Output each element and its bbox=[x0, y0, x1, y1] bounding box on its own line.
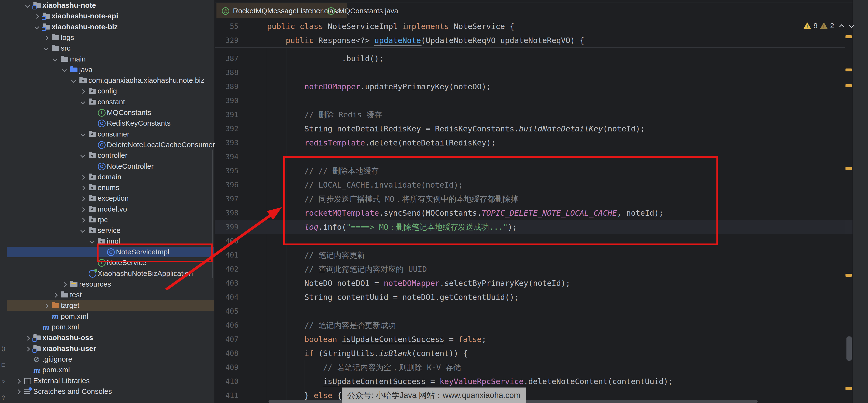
code-line-403[interactable]: 403 NoteDO noteDO1 = noteDOMapper.select… bbox=[215, 276, 845, 290]
square-tool-icon[interactable]: □ bbox=[0, 361, 7, 368]
code-line-387[interactable]: 387 .build(); bbox=[215, 52, 845, 66]
code-line-388[interactable]: 388 bbox=[215, 66, 845, 80]
warning-stripe-mark[interactable] bbox=[845, 167, 852, 170]
tree-item-xiaohashu-note-biz[interactable]: xiaohashu-note-biz bbox=[7, 22, 214, 32]
chevron-down-icon[interactable] bbox=[34, 25, 39, 29]
line-number[interactable]: 405 bbox=[215, 304, 239, 318]
code-line-401[interactable]: 401 // 笔记内容更新 bbox=[215, 248, 845, 262]
tree-item-controller[interactable]: controller bbox=[7, 150, 214, 161]
chevron-down-icon[interactable] bbox=[25, 3, 30, 8]
code-line-406[interactable]: 406 // 笔记内容是否更新成功 bbox=[215, 318, 845, 332]
line-number[interactable]: 408 bbox=[215, 346, 239, 361]
tree-item-test[interactable]: test bbox=[7, 289, 214, 300]
code-line-393[interactable]: 393 redisTemplate.delete(noteDetailRedis… bbox=[215, 136, 845, 150]
tree-item-config[interactable]: config bbox=[7, 86, 214, 96]
tree-item-scratches-and-consoles[interactable]: Scratches and Consoles bbox=[7, 386, 214, 397]
line-number[interactable]: 399 bbox=[215, 220, 239, 234]
chevron-right-icon[interactable] bbox=[25, 336, 30, 341]
tree-item-notecontroller[interactable]: CNoteController bbox=[7, 161, 214, 172]
tree-item-xiaohashu-note-api[interactable]: xiaohashu-note-api bbox=[7, 11, 214, 21]
line-number[interactable]: 391 bbox=[215, 108, 239, 122]
chevron-right-icon[interactable] bbox=[81, 89, 85, 94]
code-line-392[interactable]: 392 String noteDetailRedisKey = RedisKey… bbox=[215, 122, 845, 136]
chevron-down-icon[interactable] bbox=[81, 228, 85, 233]
tree-item-exception[interactable]: exception bbox=[7, 193, 214, 204]
chevron-right-icon[interactable] bbox=[34, 14, 39, 19]
code-line-390[interactable]: 390 bbox=[215, 94, 845, 108]
chevron-right-icon[interactable] bbox=[53, 293, 58, 298]
line-number[interactable]: 398 bbox=[215, 206, 239, 220]
tree-item-pom-xml[interactable]: mpom.xml bbox=[7, 365, 214, 375]
tree-item-enums[interactable]: enums bbox=[7, 182, 214, 193]
tree-item-src[interactable]: src bbox=[7, 43, 214, 54]
chevron-right-icon[interactable] bbox=[81, 218, 85, 223]
tree-item-xiaohashunotebizapplication[interactable]: XiaohashuNoteBizApplication bbox=[7, 268, 214, 279]
tree-item-xiaohashu-user[interactable]: xiaohashu-user bbox=[7, 343, 214, 354]
tree-item-rpc[interactable]: rpc bbox=[7, 214, 214, 225]
chevron-right-icon[interactable] bbox=[16, 379, 21, 384]
tree-item-xiaohashu-note[interactable]: xiaohashu-note bbox=[7, 0, 214, 11]
code-line-410[interactable]: 410 isUpdateContentSuccess = keyValueRpc… bbox=[215, 374, 845, 389]
chevron-right-icon[interactable] bbox=[62, 282, 67, 287]
warning-stripe-mark[interactable] bbox=[845, 68, 852, 71]
warning-stripe-mark[interactable] bbox=[845, 387, 852, 390]
tree-item-deletenotelocalcacheconsumer[interactable]: CDeleteNoteLocalCacheConsumer bbox=[7, 140, 214, 150]
tree-item-java[interactable]: java bbox=[7, 64, 214, 75]
tree-item-pom-xml[interactable]: mpom.xml bbox=[7, 311, 214, 322]
chevron-down-icon[interactable] bbox=[81, 153, 85, 158]
code-line-329[interactable]: 329 public Response<?> updateNote(Update… bbox=[215, 33, 845, 48]
tree-item-rediskeyconstants[interactable]: CRedisKeyConstants bbox=[7, 118, 214, 128]
code-line-409[interactable]: 409 // 若笔记内容为空，则删除 K-V 存储 bbox=[215, 361, 845, 374]
warning-stripe-mark[interactable] bbox=[845, 35, 852, 38]
chevron-right-icon[interactable] bbox=[81, 196, 85, 201]
chevron-down-icon[interactable] bbox=[62, 67, 67, 72]
line-number[interactable]: 55 bbox=[215, 19, 239, 33]
tree-item-main[interactable]: main bbox=[7, 54, 214, 64]
code-line-408[interactable]: 408 if (StringUtils.isBlank(content)) { bbox=[215, 346, 845, 361]
tab-mqconstants[interactable]: I MQConstants.java bbox=[322, 3, 405, 19]
tree-item-resources[interactable]: resources bbox=[7, 279, 214, 289]
tree-item-target[interactable]: target bbox=[7, 300, 214, 311]
chevron-right-icon[interactable] bbox=[43, 304, 49, 308]
tree-item-external-libraries[interactable]: External Libraries bbox=[7, 375, 214, 386]
parentheses-icon[interactable]: () bbox=[0, 345, 7, 352]
chevron-right-icon[interactable] bbox=[81, 186, 85, 190]
tree-item--gitignore[interactable]: ⊘.gitignore bbox=[7, 354, 214, 365]
tree-item-xiaohashu-oss[interactable]: xiaohashu-oss bbox=[7, 332, 214, 343]
line-number[interactable]: 395 bbox=[215, 164, 239, 178]
line-number[interactable]: 407 bbox=[215, 332, 239, 346]
chevron-down-icon[interactable] bbox=[90, 239, 94, 244]
chevron-right-icon[interactable] bbox=[81, 175, 85, 180]
chevron-down-icon[interactable] bbox=[71, 78, 76, 83]
chevron-right-icon[interactable] bbox=[16, 390, 21, 394]
chevron-down-icon[interactable] bbox=[81, 99, 85, 104]
vertical-scrollbar[interactable] bbox=[846, 336, 852, 361]
chevron-right-icon[interactable] bbox=[43, 36, 49, 40]
chevron-down-icon[interactable] bbox=[81, 132, 85, 136]
code-line-402[interactable]: 402 // 查询此篇笔记内容对应的 UUID bbox=[215, 262, 845, 276]
line-number[interactable]: 329 bbox=[215, 33, 239, 48]
line-number[interactable]: 406 bbox=[215, 318, 239, 332]
circle-tool-icon[interactable]: ○ bbox=[0, 378, 7, 385]
line-number[interactable]: 392 bbox=[215, 122, 239, 136]
code-line-389[interactable]: 389 noteDOMapper.updateByPrimaryKey(note… bbox=[215, 80, 845, 94]
tree-item-pom-xml[interactable]: mpom.xml bbox=[7, 322, 214, 332]
line-number[interactable]: 404 bbox=[215, 290, 239, 304]
line-number[interactable]: 390 bbox=[215, 94, 239, 108]
chevron-down-icon[interactable] bbox=[53, 57, 58, 61]
line-number[interactable]: 402 bbox=[215, 262, 239, 276]
line-number[interactable]: 410 bbox=[215, 374, 239, 389]
line-number[interactable]: 394 bbox=[215, 150, 239, 164]
tree-item-com-quanxiaoha-xiaohashu-note-biz[interactable]: com.quanxiaoha.xiaohashu.note.biz bbox=[7, 75, 214, 86]
previous-problem-button[interactable] bbox=[839, 24, 845, 30]
next-problem-button[interactable] bbox=[849, 23, 855, 28]
line-number[interactable]: 388 bbox=[215, 66, 239, 80]
tree-item-logs[interactable]: logs bbox=[7, 32, 214, 43]
line-number[interactable]: 400 bbox=[215, 234, 239, 248]
tree-item-mqconstants[interactable]: IMQConstants bbox=[7, 107, 214, 118]
chevron-down-icon[interactable] bbox=[43, 46, 49, 51]
line-number[interactable]: 389 bbox=[215, 80, 239, 94]
line-number[interactable]: 387 bbox=[215, 52, 239, 66]
code-line-55[interactable]: 55public class NoteServiceImpl implement… bbox=[215, 19, 845, 33]
warning-stripe-mark[interactable] bbox=[845, 84, 852, 87]
